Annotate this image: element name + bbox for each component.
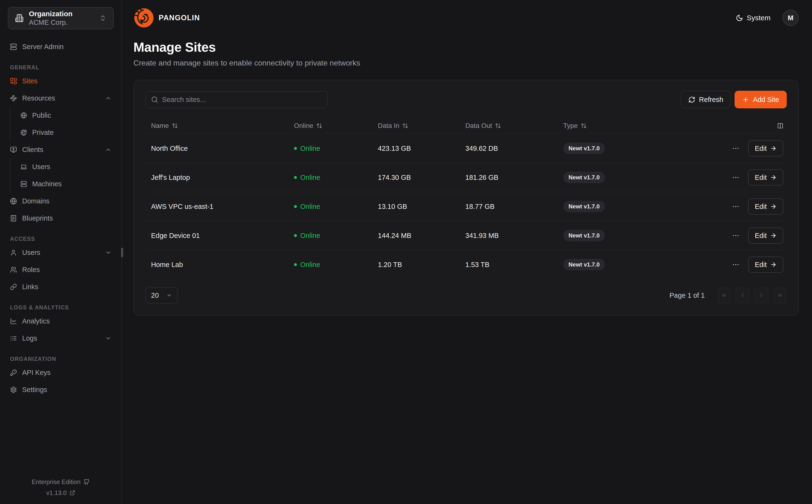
sidebar-item-machines[interactable]: Machines — [10, 175, 122, 192]
sidebar-item-resources[interactable]: Resources — [0, 90, 122, 107]
site-name: North Office — [145, 145, 288, 152]
add-site-button[interactable]: Add Site — [735, 91, 787, 108]
edit-button[interactable]: Edit — [748, 140, 783, 156]
sidebar-item-analytics[interactable]: Analytics — [0, 312, 122, 330]
site-name: Jeff's Laptop — [145, 174, 288, 181]
receipt-icon — [10, 215, 17, 222]
row-menu-icon[interactable] — [732, 203, 740, 210]
sidebar-item-label: Public — [32, 111, 51, 119]
avatar[interactable]: M — [782, 10, 799, 26]
column-header-type[interactable]: Type — [558, 122, 708, 130]
data-in-value: 423.13 GB — [372, 145, 460, 152]
row-menu-icon[interactable] — [732, 145, 740, 152]
sidebar-item-label: Users — [22, 249, 40, 257]
brand-logo[interactable]: PANGOLIN — [133, 7, 200, 28]
prev-page-button[interactable] — [736, 287, 750, 303]
github-icon[interactable] — [83, 479, 90, 485]
edit-button[interactable]: Edit — [748, 257, 783, 273]
sidebar-item-label: Resources — [22, 94, 55, 102]
online-dot — [294, 147, 297, 150]
row-menu-icon[interactable] — [732, 232, 740, 239]
status-badge: Online — [288, 174, 372, 181]
sidebar-item-label: Roles — [22, 266, 40, 274]
sidebar-item-roles[interactable]: Roles — [0, 261, 122, 278]
sidebar-item-label: Analytics — [22, 317, 50, 325]
sort-icon — [402, 123, 408, 129]
sidebar-item-links[interactable]: Links — [0, 278, 122, 295]
type-badge: Newt v1.7.0 — [563, 259, 605, 270]
data-in-value: 144.24 MB — [372, 232, 460, 240]
sidebar-item-label: Domains — [22, 197, 49, 205]
org-selector[interactable]: Organization ACME Corp. — [8, 7, 114, 29]
server-icon — [20, 181, 27, 187]
link-icon — [10, 283, 17, 290]
sidebar-item-private[interactable]: Private — [10, 124, 122, 141]
external-link-icon[interactable] — [70, 490, 75, 496]
table-toolbar: Refresh Add Site — [145, 91, 787, 108]
site-name: Edge Device 01 — [145, 232, 288, 240]
sidebar-item-settings[interactable]: Settings — [0, 381, 122, 398]
chevron-down-icon — [105, 335, 112, 342]
page-subtitle: Create and manage sites to enable connec… — [133, 59, 799, 67]
sidebar-item-logs[interactable]: Logs — [0, 330, 122, 347]
brand-name: PANGOLIN — [159, 14, 200, 22]
first-page-button[interactable] — [717, 287, 731, 303]
theme-toggle[interactable]: System — [736, 14, 771, 22]
last-page-button[interactable] — [773, 287, 787, 303]
theme-label: System — [747, 14, 771, 22]
edit-button[interactable]: Edit — [748, 198, 783, 215]
users-icon — [10, 266, 17, 273]
sidebar-item-users[interactable]: Users — [0, 244, 122, 261]
arrow-right-icon — [770, 145, 777, 152]
table-row: AWS VPC us-east-1 Online 13.10 GB 18.77 … — [145, 192, 787, 221]
page-indicator: Page 1 of 1 — [670, 292, 705, 299]
column-header-data-out[interactable]: Data Out — [460, 122, 558, 130]
sidebar-item-domains[interactable]: Domains — [0, 192, 122, 210]
sidebar-resize-handle[interactable] — [121, 248, 123, 257]
page-size-value: 20 — [151, 292, 159, 299]
next-page-button[interactable] — [754, 287, 768, 303]
refresh-icon — [688, 96, 695, 103]
pagination: 20 Page 1 of 1 — [145, 287, 787, 304]
column-header-online[interactable]: Online — [288, 122, 372, 130]
sidebar-item-clients[interactable]: Clients — [0, 141, 122, 158]
monitor-up-icon — [10, 146, 17, 153]
online-dot — [294, 205, 297, 208]
edit-button[interactable]: Edit — [748, 169, 783, 186]
chevron-left-icon — [740, 292, 746, 298]
status-badge: Online — [288, 261, 372, 269]
site-name: AWS VPC us-east-1 — [145, 203, 288, 211]
chevrons-right-icon — [777, 292, 783, 298]
column-visibility-control[interactable] — [708, 123, 787, 129]
type-badge: Newt v1.7.0 — [563, 143, 605, 154]
version-label[interactable]: v1.13.0 — [46, 489, 66, 497]
sidebar-item-sites[interactable]: Sites — [0, 72, 122, 90]
row-menu-icon[interactable] — [732, 261, 740, 268]
data-out-value: 18.77 GB — [460, 203, 558, 211]
data-out-value: 349.62 DB — [460, 145, 558, 152]
resources-subtree: Public Private — [10, 107, 122, 141]
edit-button[interactable]: Edit — [748, 227, 783, 244]
sidebar-item-label: API Keys — [22, 369, 51, 377]
sidebar-item-label: Links — [22, 283, 38, 291]
page-size-select[interactable]: 20 — [145, 287, 178, 304]
online-dot — [294, 176, 297, 179]
sidebar-item-server-admin[interactable]: Server Admin — [0, 38, 122, 55]
sidebar-item-public[interactable]: Public — [10, 107, 122, 124]
row-menu-icon[interactable] — [732, 174, 740, 181]
column-header-data-in[interactable]: Data In — [372, 122, 460, 130]
sidebar-item-api-keys[interactable]: API Keys — [0, 364, 122, 381]
arrow-right-icon — [770, 261, 777, 268]
online-dot — [294, 263, 297, 266]
type-badge: Newt v1.7.0 — [563, 230, 605, 241]
sites-icon — [10, 78, 17, 85]
sidebar-item-client-users[interactable]: Users — [10, 158, 122, 175]
globe-lock-icon — [20, 129, 27, 136]
refresh-button[interactable]: Refresh — [681, 91, 731, 108]
status-badge: Online — [288, 232, 372, 240]
sidebar-item-blueprints[interactable]: Blueprints — [0, 210, 122, 227]
sort-icon — [316, 123, 322, 129]
type-badge: Newt v1.7.0 — [563, 172, 605, 183]
column-header-name[interactable]: Name — [145, 122, 288, 130]
search-input[interactable] — [162, 96, 322, 104]
